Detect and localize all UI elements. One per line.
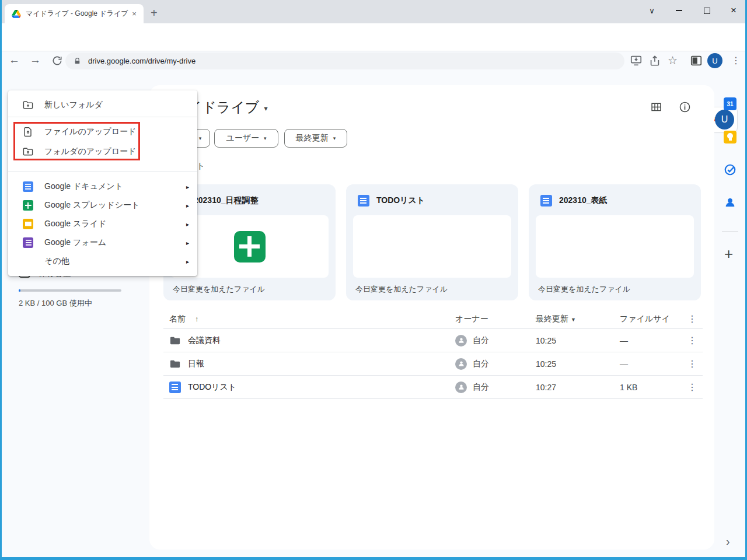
suggested-file-card[interactable]: 202310_表紙 今日変更を加えたファイル	[529, 184, 701, 300]
menu-item-google-forms[interactable]: Google フォーム ▸	[8, 233, 197, 252]
sheets-logo	[234, 231, 266, 262]
submenu-arrow-icon: ▸	[186, 202, 189, 209]
sort-ascending-icon[interactable]: ↑	[195, 314, 199, 323]
table-row[interactable]: 会議資料 自分 10:25 — ⋮	[163, 329, 703, 352]
owner-name: 自分	[473, 359, 489, 369]
menu-item-label: その他	[44, 256, 186, 267]
menu-item-google-sheets[interactable]: Google スプレッドシート ▸	[8, 196, 197, 215]
column-header-modified[interactable]: 最終更新 ▼	[536, 314, 620, 324]
maximize-button[interactable]	[693, 0, 720, 21]
window-border-bottom	[0, 557, 747, 560]
row-kebab-menu[interactable]: ⋮	[682, 382, 703, 393]
calendar-icon[interactable]: 31	[724, 97, 736, 110]
grid-view-toggle-icon[interactable]	[650, 101, 662, 113]
menu-item-label: Google フォーム	[44, 237, 186, 248]
file-name: TODOリスト	[188, 382, 236, 393]
file-card-reason: 今日変更を加えたファイル	[536, 284, 694, 295]
main-content: マイドライブ▾ 種類▾ ユーザー▾ 最終更新▾ 候補リスト 202310_日程調…	[149, 85, 714, 550]
owner-avatar	[455, 335, 467, 346]
info-icon[interactable]	[679, 101, 691, 113]
menu-divider	[8, 172, 197, 172]
new-menu-popup: 新しいフォルダ ファイルのアップロード フォルダのアップロード Google ド…	[8, 90, 197, 276]
forms-icon	[22, 237, 34, 249]
filter-chip-modified[interactable]: 最終更新▾	[284, 129, 347, 148]
account-avatar[interactable]: U	[715, 110, 734, 130]
drive-favicon	[12, 10, 21, 18]
owner-avatar	[455, 382, 467, 393]
owner-name: 自分	[473, 335, 489, 346]
column-header-size[interactable]: ファイルサイ	[620, 314, 682, 324]
file-size: 1 KB	[620, 383, 682, 392]
tab-close-button[interactable]: ×	[130, 9, 139, 19]
folder-icon	[169, 335, 181, 346]
column-header-owner[interactable]: オーナー	[455, 314, 536, 324]
maximize-icon	[704, 8, 710, 14]
file-preview	[353, 215, 511, 278]
row-kebab-menu[interactable]: ⋮	[682, 358, 703, 369]
docs-icon	[358, 195, 369, 206]
menu-item-more[interactable]: その他 ▸	[8, 252, 197, 271]
contacts-icon[interactable]	[724, 196, 736, 209]
sort-descending-icon: ▼	[571, 317, 576, 323]
owner-avatar	[455, 358, 467, 370]
keep-icon[interactable]	[724, 131, 736, 144]
filter-chip-people[interactable]: ユーザー▾	[214, 129, 278, 148]
window-border-left	[0, 0, 2, 560]
file-card-reason: 今日変更を加えたファイル	[353, 284, 511, 295]
new-tab-button[interactable]: +	[151, 7, 158, 19]
file-card-title: TODOリスト	[376, 195, 425, 206]
side-panel-divider	[722, 231, 738, 232]
drive-header: ドライブ ? ECCS Cloud Mail Information Techn…	[0, 51, 747, 85]
table-row[interactable]: 日報 自分 10:25 — ⋮	[163, 352, 703, 376]
minimize-icon	[676, 10, 682, 11]
browser-window: マイドライブ - Google ドライブ × + ∨ × ← → ☆ U ⋮ ド…	[0, 0, 747, 560]
owner-name: 自分	[473, 382, 489, 393]
file-name: 日報	[188, 359, 204, 369]
chevron-down-icon: ▾	[264, 135, 267, 141]
storage-progress-bar	[19, 289, 121, 292]
menu-item-label: フォルダのアップロード	[44, 146, 189, 157]
chevron-down-icon: ▾	[333, 135, 336, 141]
window-titlebar: マイドライブ - Google ドライブ × + ∨ ×	[0, 0, 747, 23]
submenu-arrow-icon: ▸	[186, 258, 189, 265]
menu-item-google-slides[interactable]: Google スライド ▸	[8, 215, 197, 233]
file-size: —	[620, 336, 682, 345]
file-card-reason: 今日変更を加えたファイル	[170, 284, 329, 295]
menu-item-new-folder[interactable]: 新しいフォルダ	[8, 93, 197, 117]
header-kebab-menu[interactable]: ⋮	[682, 313, 703, 324]
docs-icon	[169, 382, 181, 393]
submenu-arrow-icon: ▸	[186, 221, 189, 228]
file-upload-icon	[22, 126, 34, 138]
menu-item-folder-upload[interactable]: フォルダのアップロード	[8, 142, 197, 162]
hide-side-panel-chevron[interactable]: ›	[726, 535, 730, 548]
menu-item-google-docs[interactable]: Google ドキュメント ▸	[8, 177, 197, 196]
suggested-file-card[interactable]: TODOリスト 今日変更を加えたファイル	[346, 184, 518, 300]
file-list: 名前↑ オーナー 最終更新 ▼ ファイルサイ ⋮ 会議資料 自分 10:25 —…	[163, 309, 703, 399]
modified-time: 10:25	[536, 336, 620, 345]
browser-toolbar: ← → ☆ U ⋮	[0, 23, 747, 51]
file-name: 会議資料	[188, 335, 221, 346]
sheets-icon	[22, 200, 34, 211]
menu-item-label: Google ドキュメント	[44, 181, 186, 192]
browser-tab[interactable]: マイドライブ - Google ドライブ ×	[5, 4, 144, 23]
get-add-ons-button[interactable]: +	[724, 245, 733, 263]
menu-item-file-upload[interactable]: ファイルのアップロード	[8, 122, 197, 142]
tasks-icon[interactable]	[724, 163, 736, 176]
tab-list-chevron-button[interactable]: ∨	[638, 0, 665, 21]
column-header-name[interactable]: 名前	[169, 314, 186, 324]
folder-upload-icon	[22, 146, 34, 158]
table-row[interactable]: TODOリスト 自分 10:27 1 KB ⋮	[163, 376, 703, 399]
file-card-title: 202310_日程調整	[194, 195, 259, 206]
minimize-button[interactable]	[665, 0, 692, 21]
slides-icon	[22, 218, 34, 230]
submenu-arrow-icon: ▸	[186, 240, 189, 246]
close-window-button[interactable]: ×	[720, 0, 747, 21]
file-card-title: 202310_表紙	[559, 195, 608, 206]
storage-usage-text: 2 KB / 100 GB 使用中	[19, 298, 92, 309]
docs-icon	[22, 181, 34, 192]
file-preview	[536, 215, 694, 278]
row-kebab-menu[interactable]: ⋮	[682, 335, 703, 346]
file-size: —	[620, 359, 682, 369]
chevron-down-icon: ▾	[264, 104, 267, 113]
spacer	[22, 256, 34, 267]
